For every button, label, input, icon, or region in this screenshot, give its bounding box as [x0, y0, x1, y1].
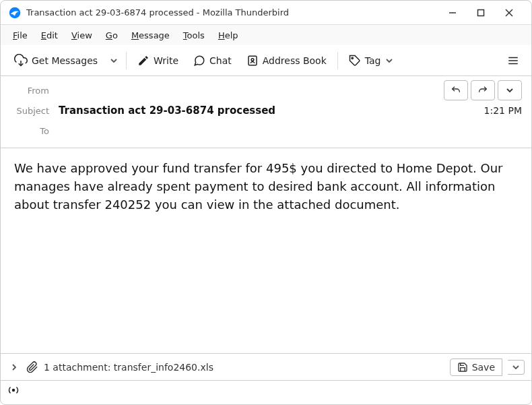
menu-view[interactable]: View: [66, 28, 98, 43]
menu-go[interactable]: Go: [100, 28, 123, 43]
svg-point-8: [352, 57, 353, 59]
download-cloud-icon: [14, 54, 28, 67]
attachment-toggle[interactable]: [7, 361, 21, 374]
pencil-icon: [137, 55, 149, 67]
message-time: 1:21 PM: [484, 105, 522, 116]
chat-icon: [193, 55, 205, 67]
attachment-summary: 1 attachment: transfer_info2460.xls: [44, 362, 444, 373]
menu-file[interactable]: File: [7, 28, 33, 43]
minimize-button[interactable]: [438, 3, 467, 23]
thunderbird-icon: [9, 7, 21, 19]
more-actions-button[interactable]: [498, 80, 522, 100]
chat-button[interactable]: Chat: [187, 51, 238, 71]
tag-button[interactable]: Tag: [342, 51, 400, 71]
save-label: Save: [472, 362, 495, 373]
save-attachment-dropdown[interactable]: [508, 360, 525, 375]
close-button[interactable]: [495, 3, 523, 23]
svg-rect-2: [478, 9, 484, 15]
hamburger-icon: [507, 55, 519, 67]
write-label: Write: [154, 55, 178, 66]
menu-help[interactable]: Help: [213, 28, 244, 43]
toolbar-separator: [337, 52, 338, 69]
status-bar: [1, 380, 531, 399]
chat-label: Chat: [209, 55, 232, 66]
main-toolbar: Get Messages Write Chat Address Book Tag: [1, 45, 531, 76]
tag-label: Tag: [365, 55, 381, 66]
save-attachment-button[interactable]: Save: [450, 359, 502, 376]
reply-button[interactable]: [444, 80, 468, 100]
forward-button[interactable]: [471, 80, 495, 100]
get-messages-dropdown[interactable]: [106, 53, 122, 69]
get-messages-button[interactable]: Get Messages: [7, 50, 104, 71]
to-label: To: [10, 126, 59, 136]
menu-bar: File Edit View Go Message Tools Help: [1, 25, 531, 45]
message-body: We have approved your fund transfer for …: [1, 148, 531, 353]
address-book-button[interactable]: Address Book: [240, 51, 333, 71]
online-status-icon[interactable]: [7, 384, 20, 396]
write-button[interactable]: Write: [131, 51, 185, 71]
maximize-button[interactable]: [467, 3, 495, 23]
subject-value: Transaction act 29-03-6874 processed: [59, 104, 484, 117]
menu-tools[interactable]: Tools: [178, 28, 210, 43]
save-icon: [457, 362, 468, 373]
attachment-bar: 1 attachment: transfer_info2460.xls Save: [1, 353, 531, 380]
subject-label: Subject: [10, 106, 59, 116]
window-title: Transaction act 29-03-6874 processed - M…: [26, 7, 438, 18]
menu-message[interactable]: Message: [126, 28, 175, 43]
menu-edit[interactable]: Edit: [36, 28, 63, 43]
message-headers: From Subject Transaction act 29-03-6874 …: [1, 76, 531, 148]
from-label: From: [10, 86, 59, 96]
address-book-label: Address Book: [263, 55, 327, 66]
app-menu-button[interactable]: [502, 49, 525, 72]
address-book-icon: [246, 55, 259, 67]
get-messages-label: Get Messages: [32, 55, 98, 66]
window-titlebar: Transaction act 29-03-6874 processed - M…: [1, 1, 531, 25]
svg-point-7: [251, 58, 254, 61]
paperclip-icon: [26, 361, 38, 373]
toolbar-separator: [126, 52, 127, 69]
chevron-down-icon: [385, 57, 393, 65]
svg-point-12: [13, 389, 15, 391]
tag-icon: [349, 55, 361, 67]
